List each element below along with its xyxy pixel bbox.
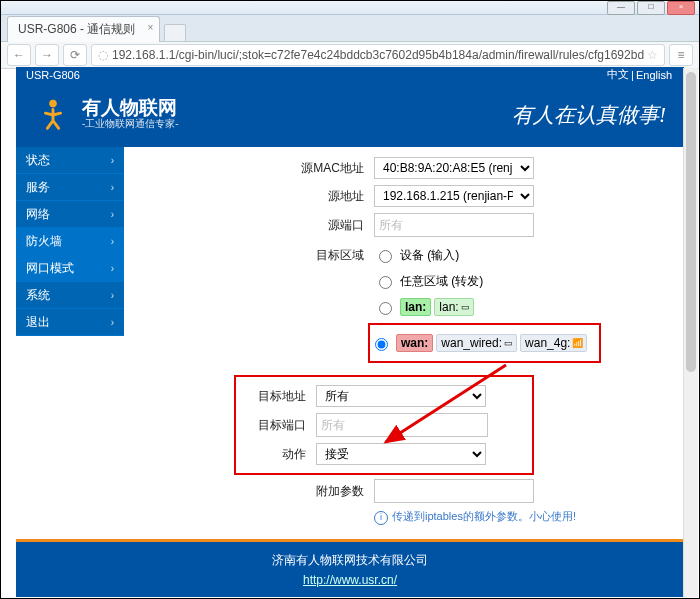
zone-badge-wan: wan: <box>396 334 433 352</box>
label-src-addr: 源地址 <box>274 188 374 205</box>
browser-tab-title: USR-G806 - 通信规则 <box>18 21 135 38</box>
brand-title: 有人物联网 <box>82 98 179 117</box>
bookmark-star-icon[interactable]: ☆ <box>647 48 658 62</box>
window-titlebar: — □ × <box>1 1 699 15</box>
product-name: USR-G806 <box>26 69 80 81</box>
window-maximize-button[interactable]: □ <box>637 1 665 15</box>
label-src-port: 源端口 <box>274 217 374 234</box>
browser-address-bar: ← → ⟳ ◌ 192.168.1.1/cgi-bin/luci/;stok=c… <box>1 42 699 69</box>
sidebar-nav: 状态› 服务› 网络› 防火墙› 网口模式› 系统› 退出› <box>16 147 124 539</box>
chevron-right-icon: › <box>111 290 114 301</box>
brand-subtitle: -工业物联网通信专家- <box>82 117 179 131</box>
page-footer: 济南有人物联网技术有限公司 http://www.usr.cn/ <box>16 542 684 597</box>
info-icon: i <box>374 511 388 525</box>
select-src-addr[interactable]: 192.168.1.215 (renjian-PC <box>374 185 534 207</box>
iface-lan: lan:▭ <box>434 298 473 316</box>
select-src-mac[interactable]: 40:B8:9A:20:A8:E5 (renji… <box>374 157 534 179</box>
globe-icon: ◌ <box>98 48 108 62</box>
new-tab-button[interactable] <box>164 24 186 41</box>
browser-tab-active[interactable]: USR-G806 - 通信规则 × <box>7 16 160 42</box>
nav-reload-button[interactable]: ⟳ <box>63 44 87 66</box>
page-header: 有人物联网 -工业物联网通信专家- 有人在认真做事! <box>16 82 684 147</box>
label-dst-zone: 目标区域 <box>274 243 374 264</box>
radio-zone-device[interactable] <box>379 250 392 263</box>
sidebar-item-portmode[interactable]: 网口模式› <box>16 255 124 282</box>
nav-back-button[interactable]: ← <box>7 44 31 66</box>
lang-link-cn[interactable]: 中文 <box>607 67 629 82</box>
chevron-right-icon: › <box>111 317 114 328</box>
label-action: 动作 <box>246 446 316 463</box>
zone-badge-lan: lan: <box>400 298 431 316</box>
svg-point-0 <box>49 99 57 107</box>
radio-zone-lan[interactable] <box>379 302 392 315</box>
chevron-right-icon: › <box>111 155 114 166</box>
footer-company: 济南有人物联网技术有限公司 <box>272 552 428 569</box>
browser-scrollbar[interactable] <box>683 68 698 597</box>
lang-link-en[interactable]: English <box>636 69 672 81</box>
tab-close-icon[interactable]: × <box>148 22 154 33</box>
extra-hint: i传递到iptables的额外参数。小心使用! <box>374 509 674 525</box>
radio-zone-any[interactable] <box>379 276 392 289</box>
url-input[interactable]: ◌ 192.168.1.1/cgi-bin/luci/;stok=c72fe7e… <box>91 44 665 66</box>
input-dst-port[interactable] <box>316 413 488 437</box>
input-src-port[interactable] <box>374 213 534 237</box>
main-content: 源MAC地址 40:B8:9A:20:A8:E5 (renji… 源地址 192… <box>124 147 684 539</box>
nav-forward-button[interactable]: → <box>35 44 59 66</box>
highlight-dst-block: 目标地址 所有 目标端口 动作 接受 <box>234 375 534 475</box>
radio-zone-wan[interactable] <box>375 338 388 351</box>
chevron-right-icon: › <box>111 182 114 193</box>
top-status-band: USR-G806 中文 | English <box>16 67 684 82</box>
label-extra: 附加参数 <box>274 483 374 500</box>
footer-link[interactable]: http://www.usr.cn/ <box>303 573 397 587</box>
label-dst-port: 目标端口 <box>246 417 316 434</box>
url-text: 192.168.1.1/cgi-bin/luci/;stok=c72fe7e4c… <box>112 48 644 62</box>
label-dst-addr: 目标地址 <box>246 388 316 405</box>
brand-slogan: 有人在认真做事! <box>512 101 666 129</box>
chevron-right-icon: › <box>111 236 114 247</box>
sidebar-item-status[interactable]: 状态› <box>16 147 124 174</box>
window-minimize-button[interactable]: — <box>607 1 635 15</box>
sidebar-item-services[interactable]: 服务› <box>16 174 124 201</box>
sidebar-item-network[interactable]: 网络› <box>16 201 124 228</box>
sidebar-item-system[interactable]: 系统› <box>16 282 124 309</box>
select-action[interactable]: 接受 <box>316 443 486 465</box>
sidebar-item-logout[interactable]: 退出› <box>16 309 124 336</box>
browser-menu-button[interactable]: ≡ <box>669 44 693 66</box>
highlight-wan-zone: wan: wan_wired:▭ wan_4g:📶 <box>368 323 601 363</box>
iface-wan-4g: wan_4g:📶 <box>520 334 587 352</box>
window-close-button[interactable]: × <box>667 1 695 15</box>
sidebar-item-firewall[interactable]: 防火墙› <box>16 228 124 255</box>
browser-tabbar: USR-G806 - 通信规则 × <box>1 15 699 42</box>
iface-wan-wired: wan_wired:▭ <box>436 334 517 352</box>
label-src-mac: 源MAC地址 <box>274 160 374 177</box>
input-extra[interactable] <box>374 479 534 503</box>
select-dst-addr[interactable]: 所有 <box>316 385 486 407</box>
chevron-right-icon: › <box>111 263 114 274</box>
chevron-right-icon: › <box>111 209 114 220</box>
brand-logo-icon <box>34 96 72 134</box>
